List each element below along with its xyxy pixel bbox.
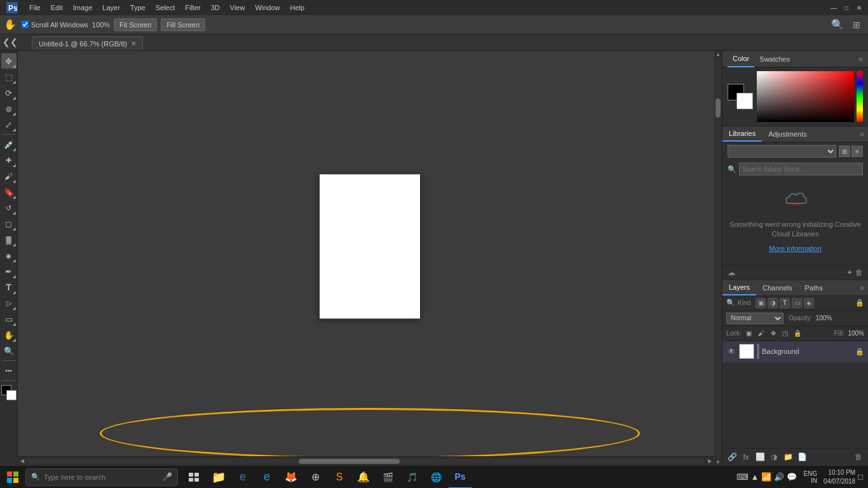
adjustment-icon[interactable]: ◑ [768, 451, 780, 463]
menu-file[interactable]: File [24, 0, 46, 15]
lock-position-icon[interactable]: ✥ [768, 329, 778, 339]
lasso-tool[interactable]: ⟳ ◢ [1, 85, 17, 100]
dodge-tool[interactable]: ◉ ◢ [1, 248, 17, 263]
layout-icon[interactable]: ⊞ [853, 20, 860, 30]
new-layer-icon[interactable]: 📄 [796, 451, 808, 463]
vlc-app[interactable]: 🔔 [352, 466, 375, 489]
scroll-thumb-h[interactable] [299, 459, 400, 464]
filter-shape-icon[interactable]: ▭ [792, 298, 802, 308]
libraries-panel-options-icon[interactable]: ≡ [860, 130, 868, 138]
libraries-tab[interactable]: Libraries [722, 126, 762, 142]
libraries-search-input[interactable] [739, 163, 863, 175]
vertical-scrollbar[interactable]: ▲ ▼ [714, 51, 722, 465]
hue-bar-vertical[interactable] [857, 71, 863, 122]
menu-window[interactable]: Window [250, 0, 285, 15]
filter-pixel-icon[interactable]: ▣ [756, 298, 766, 308]
blend-mode-select[interactable]: Normal [726, 313, 783, 324]
scroll-down-arrow[interactable]: ▼ [715, 459, 721, 465]
color-panel-options-icon[interactable]: ≡ [859, 55, 863, 63]
add-mask-icon[interactable]: ⬜ [754, 451, 766, 463]
taskbar-search[interactable]: 🔍 Type here to search 🎤 [25, 468, 178, 486]
ie-app[interactable]: e [255, 466, 278, 489]
unknown-app-2[interactable]: 🎬 [376, 466, 399, 489]
scroll-left-arrow[interactable]: ◀ [18, 457, 27, 466]
zoom-tool[interactable]: 🔍 [1, 343, 17, 358]
eyedropper-tool[interactable]: 💉 ◢ [1, 137, 17, 152]
path-selection-tool[interactable]: ▷ ◢ [1, 295, 17, 311]
filter-type-icon[interactable]: T [780, 298, 790, 308]
photoshop-app[interactable]: Ps [449, 466, 471, 489]
keyboard-icon[interactable]: ⌨ [736, 472, 749, 482]
color-gradient-picker[interactable] [757, 71, 854, 122]
menu-3d[interactable]: 3D [206, 0, 225, 15]
swatches-tab[interactable]: Swatches [754, 51, 795, 67]
gradient-tool[interactable]: ▓ ◢ [1, 232, 17, 247]
libraries-more-info-link[interactable]: More information [769, 245, 822, 252]
brush-tool[interactable]: 🖌 ◢ [1, 168, 17, 184]
list-view-icon[interactable]: ≡ [851, 146, 863, 157]
voice-search-icon[interactable]: 🎤 [162, 472, 172, 482]
more-tools-button[interactable]: ••• [1, 363, 17, 378]
unknown-app-3[interactable]: 🎵 [400, 466, 423, 489]
menu-edit[interactable]: Edit [46, 0, 68, 15]
minimize-button[interactable]: — [827, 0, 840, 15]
notification-center-icon[interactable]: □ [858, 472, 863, 482]
layer-visibility-icon[interactable]: 👁 [726, 346, 736, 356]
adjustments-tab[interactable]: Adjustments [762, 126, 813, 142]
network-icon[interactable]: 📶 [761, 472, 771, 482]
libraries-add-icon[interactable]: ✦ [846, 268, 853, 277]
layers-tab[interactable]: Layers [722, 280, 756, 295]
channels-tab[interactable]: Channels [756, 280, 798, 295]
crop-tool[interactable]: ⤢ ◢ [1, 117, 17, 132]
maximize-button[interactable]: □ [840, 0, 853, 15]
menu-view[interactable]: View [225, 0, 250, 15]
notification-icon[interactable]: 💬 [787, 472, 797, 482]
lock-all-icon[interactable]: 🔒 [792, 329, 803, 339]
eraser-tool[interactable]: ◻ ◢ [1, 216, 17, 231]
healing-brush-tool[interactable]: ✚ ◢ [1, 152, 17, 168]
opacity-value[interactable]: 100% [816, 315, 832, 322]
scroll-up-arrow[interactable]: ▲ [715, 51, 721, 57]
type-tool[interactable]: T ◢ [1, 280, 17, 295]
start-button[interactable] [0, 466, 25, 489]
layer-item[interactable]: 👁 Background 🔒 [722, 341, 868, 363]
background-color[interactable] [6, 390, 17, 400]
menu-select[interactable]: Select [151, 0, 180, 15]
doc-tab-close-icon[interactable]: ✕ [131, 40, 136, 47]
delete-layer-icon[interactable]: 🗑 [853, 451, 864, 463]
lock-pixels-icon[interactable]: 🖌 [756, 329, 766, 339]
scroll-all-checkbox[interactable] [22, 21, 29, 28]
quick-select-tool[interactable]: ◍ ◢ [1, 101, 17, 116]
fit-screen-button[interactable]: Fit Screen [114, 18, 157, 31]
file-explorer-app[interactable]: 📁 [207, 466, 230, 489]
filter-adjustment-icon[interactable]: ◑ [768, 298, 778, 308]
color-spectrum[interactable] [757, 71, 863, 122]
grid-view-icon[interactable]: ⊞ [839, 146, 850, 157]
lock-artboard-icon[interactable]: ◳ [780, 329, 790, 339]
move-tool[interactable]: ✥ ◢ [1, 53, 17, 69]
scroll-all-check[interactable]: Scroll All Windows [22, 21, 88, 29]
up-arrow-icon[interactable]: ▲ [751, 472, 759, 482]
clone-stamp-tool[interactable]: 🔖 ◢ [1, 184, 17, 200]
scroll-thumb-v[interactable] [715, 98, 721, 118]
menu-image[interactable]: Image [68, 0, 98, 15]
lock-transparent-icon[interactable]: ▣ [744, 329, 754, 339]
menu-layer[interactable]: Layer [97, 0, 125, 15]
libraries-cloud-icon[interactable]: ☁ [728, 268, 735, 277]
chrome-app[interactable]: ⊕ [304, 466, 327, 489]
background-swatch[interactable] [736, 93, 753, 109]
filter-smart-icon[interactable]: ◈ [804, 298, 814, 308]
fill-screen-button[interactable]: Fill Screen [161, 18, 205, 31]
history-brush-tool[interactable]: ↺ ◢ [1, 200, 17, 215]
close-button[interactable]: ✕ [853, 0, 865, 15]
volume-icon[interactable]: 🔊 [774, 472, 784, 482]
color-tab[interactable]: Color [728, 51, 754, 67]
rectangle-shape-tool[interactable]: ▭ ◢ [1, 311, 17, 327]
hand-tool[interactable]: ✋ ◢ [1, 327, 17, 342]
filter-lock-toggle[interactable]: 🔒 [855, 299, 864, 307]
group-layers-icon[interactable]: 📁 [782, 451, 794, 463]
libraries-delete-icon[interactable]: 🗑 [855, 268, 863, 277]
panel-toggle-icon[interactable]: ❮❮ [3, 37, 18, 47]
edge-app[interactable]: e [231, 466, 254, 489]
menu-filter[interactable]: Filter [180, 0, 205, 15]
